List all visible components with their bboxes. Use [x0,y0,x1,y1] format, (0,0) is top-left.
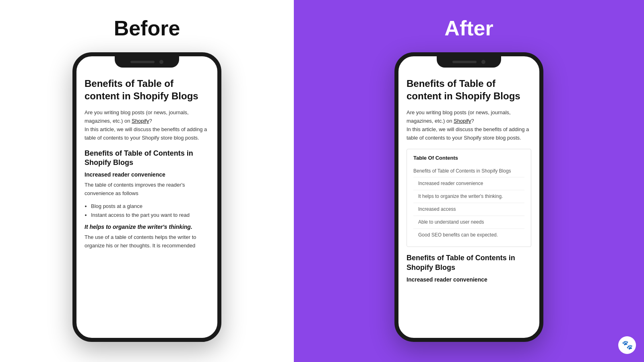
side-button-left-2 [72,111,73,131]
before-blog-title: Benefits of Table of content in Shopify … [85,77,209,102]
before-bullet2: Instant access to the part you want to r… [91,211,209,220]
after-section-heading: Benefits of Table of Contents in Shopify… [407,253,531,272]
after-phone-content: Benefits of Table of content in Shopify … [398,71,539,338]
toc-item-4[interactable]: Able to understand user needs [413,216,524,229]
after-panel: After Benefits of Table of content in Sh… [294,0,644,362]
after-side-button-left-2 [394,111,395,131]
after-blog-title: Benefits of Table of content in Shopify … [407,77,531,102]
toc-title: Table Of Contents [413,155,524,161]
after-side-button-left-3 [394,137,395,157]
before-bullet-list: Blog posts at a glance Instant access to… [91,202,209,220]
toc-item-5[interactable]: Good SEO benefits can be expected. [413,229,524,241]
before-title: Before [114,16,180,40]
before-panel: Before Benefits of Table of content in S… [0,0,294,362]
before-body1: The table of contents improves the reade… [85,181,209,198]
after-title: After [444,16,493,40]
notch-bar-after [452,61,477,63]
after-phone: Benefits of Table of content in Shopify … [394,52,543,342]
after-subsection1: Increased reader convenience [407,276,531,283]
before-phone: Benefits of Table of content in Shopify … [72,52,221,342]
notch-dot [159,60,163,64]
after-side-button-left-1 [394,88,395,105]
before-intro: Are you writing blog posts (or news, jou… [85,109,209,142]
toc-item-0[interactable]: Benefits of Table of Contents in Shopify… [413,165,524,178]
side-button-left-3 [72,137,73,157]
toc-box: Table Of Contents Benefits of Table of C… [407,149,531,247]
side-button-left-1 [72,88,73,105]
before-section-heading: Benefits of Table of Contents in Shopify… [85,149,209,168]
toc-item-2[interactable]: It helps to organize the writer's thinki… [413,190,524,203]
notch-dot-after [481,60,485,64]
after-side-button-right [543,97,543,121]
before-phone-content: Benefits of Table of content in Shopify … [76,71,217,338]
toc-item-3[interactable]: Increased access [413,203,524,216]
side-button-right [221,97,221,121]
notch-bar [130,61,155,63]
before-shopify-link[interactable]: Shopify [132,118,149,124]
toc-item-1[interactable]: Increased reader convenience [413,177,524,190]
before-subsection2: It helps to organize the writer's thinki… [85,224,209,230]
before-body2: The use of a table of contents helps the… [85,233,209,250]
before-bullet1: Blog posts at a glance [91,202,209,211]
after-intro: Are you writing blog posts (or news, jou… [407,109,531,142]
phone-notch-before [115,56,179,68]
paw-icon: 🐾 [618,336,636,354]
phone-notch-after [437,56,501,68]
before-subsection1: Increased reader convenience [85,171,209,178]
after-shopify-link[interactable]: Shopify [454,118,471,124]
